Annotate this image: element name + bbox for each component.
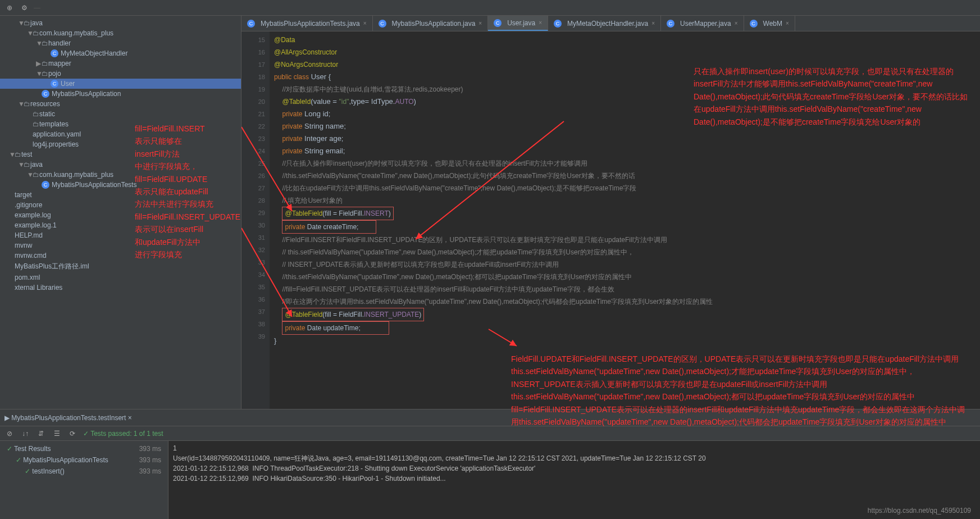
tab-label: User.java: [507, 19, 535, 27]
tree-item-label: pojo: [48, 70, 61, 78]
tree-item[interactable]: HELP.md: [0, 230, 241, 240]
console-output[interactable]: 1User(id=1348879592043110409, name=狂神说Ja…: [168, 441, 980, 519]
run-tab[interactable]: ▶ MybatisPlusApplicationTests.testInsert…: [4, 414, 132, 422]
tree-item-label: java: [30, 19, 43, 27]
test-row[interactable]: ✓ Test Results393 ms: [2, 443, 166, 454]
tree-item-label: com.kuang.mybatis_plus: [39, 171, 113, 179]
tree-item[interactable]: pom.xml: [0, 272, 241, 283]
code-content[interactable]: @Data @AllArgsConstructor @NoArgsConstru…: [270, 31, 980, 409]
folder-icon: 🗀: [42, 39, 48, 47]
editor-tab[interactable]: CMybatisPlusApplicationTests.java×: [241, 16, 373, 31]
tree-item[interactable]: CUser: [0, 79, 241, 89]
tree-item-label: target: [15, 191, 32, 199]
tree-item-label: .gitignore: [15, 201, 42, 209]
collapse-icon[interactable]: ☰: [52, 429, 62, 439]
tab-label: WebM: [763, 20, 782, 28]
test-tree: ✓ Test Results393 ms✓ MybatisPlusApplica…: [0, 441, 168, 519]
editor-tab[interactable]: CUserMapper.java×: [661, 16, 744, 31]
tree-item-label: mvnw.cmd: [15, 252, 47, 260]
file-icon: C: [554, 20, 562, 28]
tab-label: UserMapper.java: [680, 20, 731, 28]
tree-item-label: mvnw: [15, 242, 32, 249]
close-icon[interactable]: ×: [539, 20, 542, 26]
tree-item[interactable]: .gitignore: [0, 200, 241, 210]
file-icon: C: [750, 20, 758, 28]
tree-item[interactable]: ▼🗀 java: [0, 160, 241, 170]
tree-item[interactable]: 🗀 templates: [0, 119, 241, 129]
gear-icon[interactable]: ⚙: [19, 3, 29, 13]
tab-label: MyMetaObjectHandler.java: [567, 20, 648, 28]
tree-item-label: xternal Libraries: [15, 284, 62, 292]
tree-item[interactable]: example.log.1: [0, 220, 241, 230]
project-tree: ▼🗀 java▼🗀 com.kuang.mybatis_plus▼🗀 handl…: [0, 16, 241, 409]
tree-item[interactable]: CMybatisPlusApplication: [0, 89, 241, 99]
folder-icon: 🗀: [24, 100, 30, 108]
class-icon: C: [42, 181, 49, 189]
test-row[interactable]: ✓ testInsert()393 ms: [2, 466, 166, 477]
tree-item[interactable]: 🗀 static: [0, 109, 241, 119]
tree-item[interactable]: mvnw.cmd: [0, 251, 241, 261]
tree-item-label: templates: [39, 120, 69, 128]
tree-item-label: MyBatisPlus工作路径.iml: [15, 262, 89, 271]
folder-icon: 🗀: [42, 70, 48, 78]
tree-item-label: handler: [48, 39, 71, 47]
tree-item-label: test: [21, 151, 32, 158]
gutter: 1516171819202122232425262728293031323334…: [241, 31, 270, 409]
file-icon: C: [247, 20, 255, 28]
tree-item-label: application.yaml: [33, 130, 81, 138]
editor-tab[interactable]: CMyMetaObjectHandler.java×: [548, 16, 661, 31]
history-icon[interactable]: ⟳: [67, 429, 78, 439]
tree-item-label: java: [30, 161, 43, 169]
tree-item[interactable]: ▼🗀 com.kuang.mybatis_plus: [0, 170, 241, 180]
tree-item-label: com.kuang.mybatis_plus: [39, 29, 113, 37]
tree-item-label: pom.xml: [15, 274, 40, 281]
tree-item[interactable]: example.log: [0, 210, 241, 220]
tree-item-label: mapper: [48, 60, 71, 67]
close-icon[interactable]: ×: [786, 20, 789, 26]
tree-item[interactable]: ▼🗀 resources: [0, 99, 241, 109]
tree-item[interactable]: ▼🗀 test: [0, 149, 241, 160]
tree-item[interactable]: target: [0, 190, 241, 200]
tree-item-label: resources: [30, 100, 60, 108]
tab-label: MybatisPlusApplication.java: [392, 20, 476, 28]
close-icon[interactable]: ×: [735, 20, 738, 26]
tree-item[interactable]: CMyMetaObjectHandler: [0, 48, 241, 58]
tree-item[interactable]: ▶🗀 mapper: [0, 58, 241, 69]
expand-icon[interactable]: ⇵: [36, 429, 46, 439]
tree-item-label: HELP.md: [15, 231, 43, 239]
editor-tab[interactable]: CWebM×: [744, 16, 795, 31]
folder-icon: 🗀: [33, 29, 39, 37]
tree-item-label: log4j.properties: [33, 140, 79, 148]
folder-icon: 🗀: [24, 161, 30, 169]
test-row[interactable]: ✓ MybatisPlusApplicationTests393 ms: [2, 454, 166, 466]
sort-icon[interactable]: ↓↑: [20, 429, 30, 439]
target-icon[interactable]: ⊕: [4, 3, 15, 13]
tree-item-label: MybatisPlusApplicationTests: [52, 181, 136, 189]
tree-item[interactable]: mvnw: [0, 240, 241, 251]
close-icon[interactable]: ×: [478, 20, 482, 26]
tree-item[interactable]: xternal Libraries: [0, 283, 241, 293]
tree-item[interactable]: ▼🗀 java: [0, 18, 241, 28]
folder-icon: 🗀: [33, 171, 39, 179]
tree-item[interactable]: ▼🗀 com.kuang.mybatis_plus: [0, 28, 241, 38]
tree-item[interactable]: ▼🗀 pojo: [0, 69, 241, 79]
tests-passed-label: ✓ Tests passed: 1 of 1 test: [83, 430, 163, 438]
watermark: https://blog.csdn.net/qq_45950109: [868, 507, 971, 515]
editor-tab[interactable]: CUser.java×: [488, 16, 548, 31]
tree-item[interactable]: CMybatisPlusApplicationTests: [0, 180, 241, 190]
editor-tab[interactable]: CMybatisPlusApplication.java×: [373, 16, 489, 31]
tree-item[interactable]: ▼🗀 handler: [0, 38, 241, 48]
close-icon[interactable]: ×: [651, 20, 655, 26]
tree-item[interactable]: log4j.properties: [0, 139, 241, 149]
folder-icon: 🗀: [15, 151, 21, 158]
folder-icon: 🗀: [42, 60, 48, 67]
file-icon: C: [379, 20, 386, 28]
tree-item[interactable]: MyBatisPlus工作路径.iml: [0, 261, 241, 272]
tree-item[interactable]: application.yaml: [0, 129, 241, 139]
folder-icon: 🗀: [24, 19, 30, 27]
close-icon[interactable]: ×: [363, 20, 367, 26]
class-icon: C: [51, 49, 58, 57]
tab-label: MybatisPlusApplicationTests.java: [261, 20, 360, 28]
check-icon: ✓: [7, 445, 12, 453]
filter-icon[interactable]: ⊘: [4, 429, 15, 439]
